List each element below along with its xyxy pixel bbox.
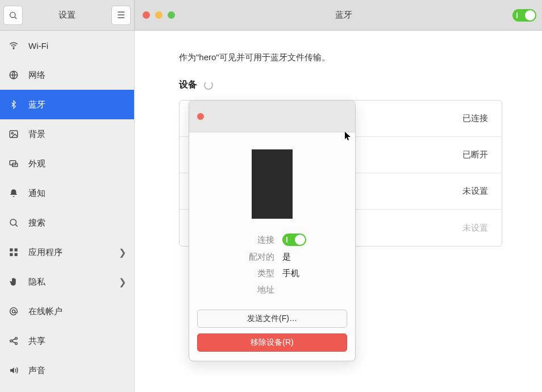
hand-icon (8, 276, 19, 287)
sidebar-item-label: Wi-Fi (28, 41, 48, 51)
at-icon (8, 306, 19, 317)
svg-point-8 (10, 219, 16, 226)
svg-rect-10 (10, 248, 12, 251)
chevron-right-icon: ❯ (119, 247, 126, 258)
toggle-knob (295, 235, 305, 245)
share-icon (8, 335, 19, 347)
type-label: 类型 (238, 268, 274, 279)
sidebar-item-online-accounts[interactable]: 在线帐户 (0, 297, 134, 326)
sidebar-item-label: 背景 (28, 129, 45, 140)
wifi-icon (8, 40, 19, 51)
paired-label: 配对的 (238, 252, 274, 262)
sidebar-item-apps[interactable]: 应用程序 ❯ (0, 237, 134, 267)
svg-rect-4 (10, 131, 18, 137)
sidebar-item-bluetooth[interactable]: 蓝牙 (0, 90, 134, 119)
svg-point-2 (13, 48, 14, 49)
hamburger-button[interactable]: ☰ (111, 6, 131, 25)
device-status: 未设置 (462, 223, 488, 233)
dialog-body: 连接 配对的 是 类型 手机 地址 (189, 132, 355, 305)
devices-label: 设备 (179, 79, 197, 91)
page-header: 蓝牙 (135, 0, 542, 31)
sidebar-item-label: 搜索 (28, 218, 45, 228)
sidebar-item-label: 隐私 (28, 277, 45, 287)
toggle-on-mark (286, 237, 287, 243)
device-status: 未设置 (462, 186, 488, 197)
sidebar-item-label: 外观 (28, 159, 45, 169)
window-controls (143, 11, 175, 19)
svg-rect-12 (10, 253, 12, 256)
search-button[interactable] (3, 6, 23, 25)
sidebar-item-privacy[interactable]: 隐私 ❯ (0, 267, 134, 297)
sidebar-item-label: 声音 (28, 365, 45, 376)
svg-point-14 (12, 310, 15, 312)
sidebar-item-network[interactable]: 网络 (0, 60, 134, 90)
sidebar-item-sound[interactable]: 声音 (0, 356, 134, 385)
globe-icon (8, 69, 19, 81)
svg-point-5 (11, 132, 13, 134)
address-label: 地址 (238, 285, 274, 295)
close-window-button[interactable] (143, 11, 150, 19)
devices-header: 设备 (179, 79, 502, 91)
speaker-icon (8, 365, 19, 376)
svg-rect-11 (15, 248, 18, 251)
device-status: 已连接 (462, 113, 488, 124)
remove-device-button[interactable]: 移除设备(R) (197, 333, 347, 352)
svg-point-0 (10, 12, 15, 17)
sidebar-item-background[interactable]: 背景 (0, 119, 134, 149)
paired-value: 是 (282, 252, 306, 262)
type-value: 手机 (282, 268, 306, 279)
sidebar-item-label: 应用程序 (28, 247, 62, 258)
settings-header-left: 设置 ☰ (0, 0, 135, 31)
sidebar-item-notifications[interactable]: 通知 (0, 178, 134, 208)
svg-line-1 (15, 17, 16, 19)
sidebar-item-appearance[interactable]: 外观 (0, 149, 134, 178)
sidebar-item-label: 网络 (28, 70, 45, 81)
hamburger-icon: ☰ (117, 10, 125, 20)
sidebar-item-label: 在线帐户 (28, 306, 62, 317)
grid-icon (8, 247, 19, 258)
sidebar-item-label: 通知 (28, 188, 45, 199)
appearance-icon (8, 158, 19, 169)
chevron-right-icon: ❯ (119, 277, 126, 287)
device-status: 已断开 (462, 149, 488, 160)
sidebar-item-sharing[interactable]: 共享 (0, 326, 134, 356)
image-icon (8, 128, 19, 140)
sidebar-item-label: 蓝牙 (28, 99, 45, 110)
sidebar-item-search[interactable]: 搜索 (0, 208, 134, 237)
minimize-window-button[interactable] (155, 11, 162, 19)
settings-title: 设置 (27, 10, 107, 20)
device-details-dialog: 连接 配对的 是 类型 手机 地址 发送文件(F)… 移除设备(R) (189, 100, 356, 361)
device-properties: 连接 配对的 是 类型 手机 地址 (238, 233, 306, 295)
connection-label: 连接 (238, 235, 274, 245)
loading-spinner-icon (204, 81, 213, 90)
sidebar-item-label: 共享 (28, 336, 45, 347)
bell-icon (8, 187, 19, 199)
send-file-button[interactable]: 发送文件(F)… (197, 310, 347, 328)
bluetooth-master-toggle[interactable] (512, 9, 536, 22)
connection-toggle[interactable] (282, 233, 306, 246)
svg-rect-13 (15, 253, 18, 256)
search-icon (8, 217, 19, 228)
device-image-icon (252, 149, 293, 219)
search-icon (9, 11, 18, 20)
settings-sidebar: Wi-Fi 网络 蓝牙 背景 外观 通知 搜索 应用程序 ❯ 隐私 ❯ 在线帐户… (0, 31, 135, 392)
sidebar-item-wifi[interactable]: Wi-Fi (0, 31, 134, 60)
bluetooth-icon (8, 99, 19, 110)
maximize-window-button[interactable] (168, 11, 175, 19)
svg-line-9 (15, 224, 17, 226)
toggle-knob (525, 10, 535, 20)
dialog-header (189, 101, 355, 132)
dialog-actions: 发送文件(F)… 移除设备(R) (189, 305, 355, 361)
visibility-status-text: 作为"hero"可见并可用于蓝牙文件传输。 (179, 52, 502, 63)
page-title: 蓝牙 (175, 10, 512, 20)
toggle-on-mark (516, 12, 518, 18)
dialog-close-button[interactable] (197, 113, 204, 120)
